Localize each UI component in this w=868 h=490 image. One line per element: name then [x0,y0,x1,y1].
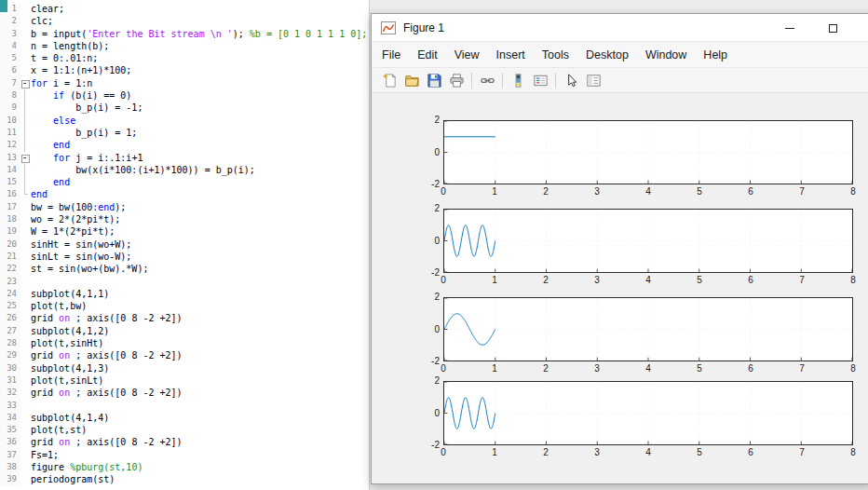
insert-colorbar-icon[interactable] [508,70,528,90]
code-line[interactable]: 16end [0,188,369,200]
line-number: 19 [0,225,20,238]
code-line[interactable]: 14 bw(x(i*100:(i+1)*100)) = b_p(i); [0,164,369,176]
code-line[interactable]: 10 else [0,115,369,127]
y-tick-label: 0 [417,324,440,334]
fold-gutter [20,312,31,324]
menu-edit[interactable]: Edit [409,42,446,68]
line-number: 14 [0,164,20,176]
code-line[interactable]: 26grid on ; axis([0 8 -2 +2]) [0,312,369,324]
code-line[interactable]: 3b = input('Enter the Bit stream \n '); … [0,28,369,40]
axes-1[interactable] [443,120,853,184]
print-figure-icon[interactable] [446,70,467,90]
line-number: 32 [0,387,20,399]
code-line[interactable]: 17bw = bw(100:end); [0,201,369,213]
minimize-button[interactable] [774,14,806,42]
code-line[interactable]: 31plot(t,sinLt) [0,374,369,387]
code-line[interactable]: 35plot(t,st) [0,424,369,436]
code-line[interactable]: 38figure %pburg(st,10) [0,461,369,473]
code-line[interactable]: 24subplot(4,1,1) [0,288,369,300]
code-line[interactable]: 36grid on ; axis([0 8 -2 +2]) [0,436,369,448]
code-line[interactable]: 1clear; [0,3,369,15]
menu-help[interactable]: Help [695,42,736,68]
line-number: 16 [0,188,20,200]
code-line[interactable]: 37Fs=1; [0,449,369,461]
code-line[interactable]: 15 end [0,176,369,188]
fold-gutter [20,325,31,337]
line-number: 8 [0,89,20,102]
code-line[interactable]: 6x = 1:1:(n+1)*100; [0,64,369,76]
x-tick-label: 8 [846,186,861,197]
code-line[interactable]: 29grid on ; axis([0 8 -2 +2]) [0,349,369,361]
save-figure-icon[interactable] [424,70,444,90]
subplot-1: 20-2012345678 [443,120,853,184]
y-tick-label: 0 [417,236,440,246]
x-tick-label: 8 [846,363,861,374]
code-line[interactable]: 27subplot(4,1,2) [0,325,369,337]
maximize-button[interactable] [817,14,848,42]
code-text: t = 0:.01:n; [31,52,369,64]
menu-view[interactable]: View [446,42,488,68]
code-line[interactable]: 12 end [0,139,369,151]
code-line[interactable]: 5t = 0:.01:n; [0,52,369,64]
code-line[interactable]: 4n = length(b); [0,40,369,52]
menu-tools[interactable]: Tools [534,42,577,68]
new-figure-icon[interactable] [379,70,400,90]
code-line[interactable]: 9 b_p(i) = -1; [0,102,369,114]
line-number: 11 [0,127,20,139]
edit-plot-icon[interactable] [561,70,581,90]
matlab-figure-icon [381,21,396,34]
menu-file[interactable]: File [373,42,409,68]
code-line[interactable]: 30subplot(4,1,3) [0,362,369,374]
code-line[interactable]: 2clc; [0,15,369,27]
code-line[interactable]: 39periodogram(st) [0,473,369,485]
open-file-icon[interactable] [401,70,422,90]
code-fold-toggle[interactable] [20,152,31,164]
code-line[interactable]: 20sinHt = sin(wo+W); [0,238,369,251]
code-line[interactable]: 21sinLt = sin(wo-W); [0,251,369,263]
code-line[interactable]: 7for i = 1:n [0,77,369,89]
matlab-desktop: 1clear;2clc;3b = input('Enter the Bit st… [0,0,868,490]
code-line[interactable]: 11 b_p(i) = 1; [0,127,369,139]
code-line[interactable]: 8 if (b(i) == 0) [0,89,369,102]
fold-gutter [20,238,31,251]
code-fold-toggle[interactable] [20,77,31,89]
menu-insert[interactable]: Insert [488,42,534,68]
code-editor[interactable]: 1clear;2clc;3b = input('Enter the Bit st… [0,0,370,490]
line-number: 37 [0,449,20,461]
code-line[interactable]: 25plot(t,bw) [0,300,369,312]
code-line[interactable]: 13 for j = i:.1:i+1 [0,152,369,164]
fold-gutter [20,424,31,436]
code-text: end [31,188,369,200]
code-text: sinLt = sin(wo-W); [31,251,369,263]
line-number: 24 [0,288,20,300]
code-text: for j = i:.1:i+1 [31,152,369,164]
code-line[interactable]: 18wo = 2*(2*pi*t); [0,213,369,225]
insert-legend-icon[interactable] [530,70,550,90]
code-line[interactable]: 19W = 1*(2*pi*t); [0,225,369,238]
code-line[interactable]: 34subplot(4,1,4) [0,412,369,424]
axes-2[interactable] [443,209,853,273]
property-inspector-icon[interactable] [583,70,604,90]
menu-window[interactable]: Window [637,42,695,68]
figure-titlebar[interactable]: Figure 1 [372,14,868,42]
code-text: if (b(i) == 0) [31,89,369,102]
link-plot-icon[interactable] [477,70,497,90]
x-tick-label: 1 [487,447,502,457]
code-line[interactable]: 32grid on ; axis([0 8 -2 +2]) [0,387,369,399]
axes-3[interactable] [443,297,853,361]
code-line[interactable]: 28plot(t,sinHt) [0,337,369,349]
axes-4[interactable] [443,381,853,445]
minimize-icon [785,28,794,29]
x-tick-label: 3 [590,363,604,374]
fold-gutter [20,473,31,485]
code-text: Fs=1; [31,449,369,461]
fold-gutter [20,362,31,374]
y-tick-label: 2 [417,115,440,125]
code-line[interactable]: 23 [0,276,369,288]
x-tick-label: 2 [538,363,553,374]
code-text: grid on ; axis([0 8 -2 +2]) [31,436,369,448]
line-number: 12 [0,139,20,151]
code-line[interactable]: 33 [0,400,369,412]
code-line[interactable]: 22st = sin(wo+(bw).*W); [0,263,369,275]
menu-desktop[interactable]: Desktop [577,42,637,68]
